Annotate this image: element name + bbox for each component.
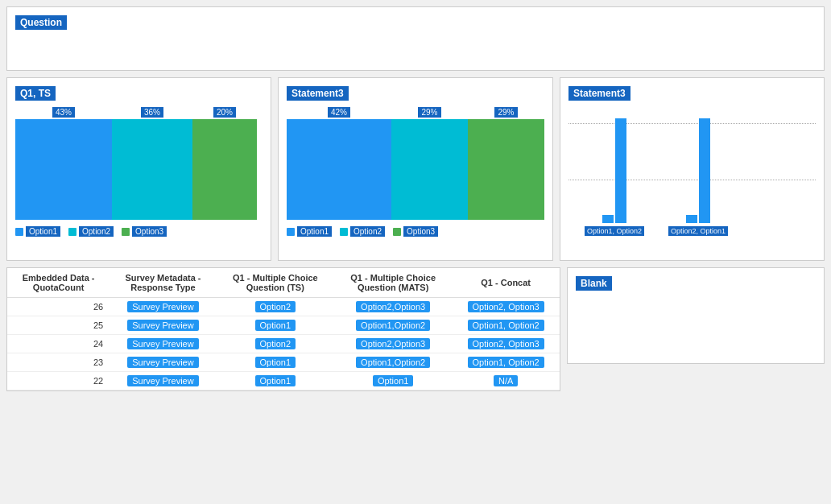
cell-type-badge: Survey Preview [127, 375, 198, 386]
cell-ts-badge: Option2 [255, 301, 296, 312]
side-panel: Blank [567, 267, 825, 391]
bar1-fill [15, 119, 112, 220]
table-row: 23Survey PreviewOption1Option1,Option2Op… [7, 353, 560, 372]
cell-type: Survey Preview [110, 316, 216, 335]
cell-ts-badge: Option1 [255, 320, 296, 331]
chart3-g2-bar2 [699, 118, 710, 223]
chart2-legend-item-2: Option2 [340, 226, 385, 237]
chart2-bar3-fill [468, 119, 544, 220]
cell-concat-badge: Option2, Option3 [468, 338, 544, 349]
bar-segment-2: 36% [112, 107, 192, 220]
chart2-legend-dot-3 [393, 228, 401, 236]
bar1-label: 43% [52, 107, 75, 118]
chart2-bar-2: 29% [391, 107, 468, 220]
chart1-title: Q1, TS [15, 86, 56, 101]
cell-mats: Option2,Option3 [334, 335, 452, 353]
chart3-g2-label: Option2, Option1 [668, 226, 728, 236]
cell-count: 26 [7, 298, 110, 316]
data-table: Embedded Data -QuotaCount Survey Metadat… [7, 268, 560, 390]
cell-concat-badge: Option1, Option2 [468, 357, 544, 368]
cell-type-badge: Survey Preview [127, 338, 198, 349]
chart2-legend-dot-1 [287, 228, 295, 236]
chart2-bar-1: 42% [287, 107, 391, 220]
cell-ts: Option2 [217, 298, 334, 316]
cell-ts: Option2 [217, 335, 334, 353]
legend-dot-1 [15, 228, 23, 236]
blank-content [576, 291, 816, 355]
cell-type-badge: Survey Preview [127, 320, 198, 331]
cell-mats: Option1,Option2 [334, 316, 452, 335]
chart2-legend: Option1 Option2 Option3 [287, 226, 544, 237]
chart3-group-2: Option2, Option1 [668, 107, 728, 236]
legend-item-1: Option1 [15, 226, 60, 237]
table-card[interactable]: Embedded Data -QuotaCount Survey Metadat… [6, 267, 560, 391]
cell-concat-badge: Option2, Option3 [468, 301, 544, 312]
cell-mats-badge: Option1,Option2 [356, 357, 430, 368]
chart2-bar1-fill [287, 119, 391, 220]
bar2-label: 36% [141, 107, 163, 118]
cell-type: Survey Preview [110, 298, 216, 316]
bar3-label: 20% [213, 107, 236, 118]
legend-dot-3 [122, 228, 130, 236]
cell-count: 25 [7, 316, 110, 335]
cell-ts-badge: Option1 [255, 357, 296, 368]
charts-row: Q1, TS 43% 36% 20% Opti [6, 77, 825, 261]
col-header-mats: Q1 - Multiple ChoiceQuestion (MATS) [334, 268, 452, 298]
blank-card: Blank [567, 267, 825, 364]
cell-mats-badge: Option1,Option2 [356, 320, 430, 331]
cell-concat: N/A [452, 372, 560, 390]
question-label: Question [15, 15, 67, 30]
cell-type: Survey Preview [110, 335, 216, 353]
col-header-ts: Q1 - Multiple ChoiceQuestion (TS) [217, 268, 334, 298]
cell-type-badge: Survey Preview [127, 357, 198, 368]
cell-concat-badge: Option1, Option2 [468, 320, 544, 331]
bar-segment-1: 43% [15, 107, 112, 220]
chart2-legend-label-2: Option2 [350, 226, 385, 237]
bar-segment-3: 20% [192, 107, 257, 220]
legend-label-3: Option3 [132, 226, 167, 237]
table-row: 24Survey PreviewOption2Option2,Option3Op… [7, 335, 560, 353]
bar3-fill [192, 119, 257, 220]
table-wrapper[interactable]: Embedded Data -QuotaCount Survey Metadat… [7, 268, 560, 390]
cell-ts: Option1 [217, 372, 334, 390]
cell-concat: Option2, Option3 [452, 335, 560, 353]
chart2-legend-label-1: Option1 [297, 226, 332, 237]
legend-dot-2 [68, 228, 76, 236]
chart2-legend-dot-2 [340, 228, 348, 236]
cell-concat: Option1, Option2 [452, 316, 560, 335]
chart2-bar2-label: 29% [418, 107, 440, 118]
cell-count: 23 [7, 353, 110, 372]
cell-mats: Option2,Option3 [334, 298, 452, 316]
cell-ts-badge: Option1 [255, 375, 296, 386]
legend-item-2: Option2 [68, 226, 114, 237]
cell-mats-badge: Option1 [373, 375, 414, 386]
chart2-bar3-label: 29% [494, 107, 517, 118]
chart2-bar-3: 29% [468, 107, 544, 220]
table-row: 22Survey PreviewOption1Option1N/A [7, 372, 560, 390]
chart3-g1-bar2 [615, 118, 626, 223]
chart1-bars: 43% 36% 20% [15, 107, 263, 220]
chart3-card: Statement3 Option1, Option2 [560, 77, 825, 261]
cell-mats-badge: Option2,Option3 [356, 301, 430, 312]
table-row: 25Survey PreviewOption1Option1,Option2Op… [7, 316, 560, 335]
chart2-bar2-fill [391, 119, 468, 220]
col-header-count: Embedded Data -QuotaCount [7, 268, 110, 298]
chart1-card: Q1, TS 43% 36% 20% Opti [6, 77, 271, 261]
cell-ts-badge: Option2 [255, 338, 296, 349]
chart2-bars: 42% 29% 29% [287, 107, 544, 220]
chart3-g1-bar1 [602, 215, 614, 223]
cell-mats: Option1 [334, 372, 452, 390]
col-header-concat: Q1 - Concat [452, 268, 560, 298]
chart1-legend: Option1 Option2 Option3 [15, 226, 263, 237]
chart3-group1-bars [602, 110, 626, 223]
legend-label-1: Option1 [26, 226, 60, 237]
chart2-title: Statement3 [287, 86, 349, 101]
question-box: Question [6, 6, 825, 71]
cell-ts: Option1 [217, 316, 334, 335]
cell-type-badge: Survey Preview [127, 301, 198, 312]
cell-count: 22 [7, 372, 110, 390]
chart3-title: Statement3 [568, 86, 630, 101]
cell-mats: Option1,Option2 [334, 353, 452, 372]
chart2-legend-item-1: Option1 [287, 226, 332, 237]
chart2-legend-item-3: Option3 [393, 226, 438, 237]
